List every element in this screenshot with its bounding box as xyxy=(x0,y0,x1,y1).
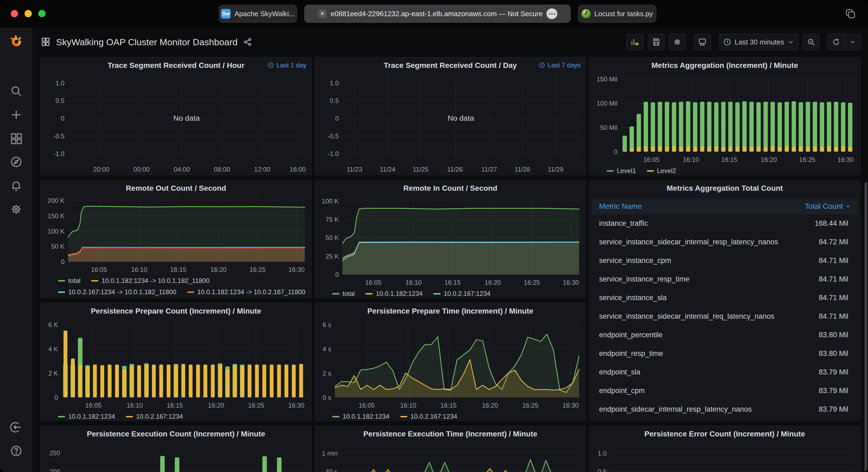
legend-item[interactable]: 10.0.2.167:1234 xyxy=(400,412,458,421)
create-plus-icon[interactable] xyxy=(9,108,23,122)
svg-text:12:00: 12:00 xyxy=(254,166,270,173)
zoom-out-button[interactable] xyxy=(803,34,819,50)
window-controls xyxy=(11,10,45,17)
svg-text:00:00: 00:00 xyxy=(133,166,150,173)
table-row: endpoint_resp_time83.80 Mil xyxy=(589,344,860,363)
page-scrollbar[interactable] xyxy=(865,182,867,472)
svg-text:11/24: 11/24 xyxy=(379,166,395,173)
panel-remote-out-count: Remote Out Count / Second 16:0516:1016:1… xyxy=(40,180,312,298)
legend-item[interactable]: Level1 xyxy=(607,166,636,175)
svg-text:16:05: 16:05 xyxy=(85,402,101,409)
panel-title[interactable]: Remote In Count / Second xyxy=(315,180,586,195)
legend-item[interactable]: 10.0.1.182:1234 xyxy=(366,289,423,298)
table-row: instance_traffic168.44 Mil xyxy=(589,214,860,233)
chart-canvas: 16:0516:1016:1516:2016:2516:3002 K4 K6 K xyxy=(42,318,310,410)
panel-title[interactable]: Persistence Prepare Time (Increment) / M… xyxy=(315,303,586,318)
dashboard-settings-button[interactable] xyxy=(669,34,686,50)
panel-time-link[interactable]: Last 1 day xyxy=(268,61,306,69)
metric-name-cell: endpoint_sla xyxy=(599,368,819,376)
refresh-interval-dropdown[interactable] xyxy=(844,34,861,50)
legend-item[interactable]: 10.0.1.182:1234 -> 10.0.1.182_11800 xyxy=(91,276,210,285)
legend-series-color xyxy=(332,293,339,295)
chart-legend: 10.0.1.182:123410.0.2.167:1234 xyxy=(41,410,311,421)
save-dashboard-button[interactable] xyxy=(648,34,664,50)
chart-canvas: 1.00.5 xyxy=(591,441,859,472)
fullscreen-window-button[interactable] xyxy=(38,10,45,17)
svg-text:16:25: 16:25 xyxy=(524,279,540,286)
legend-item[interactable]: 10.0.1.182:1234 xyxy=(58,412,115,421)
dashboards-icon[interactable] xyxy=(9,132,23,145)
table-row: endpoint_percentile83.80 Mil xyxy=(589,326,860,344)
grafana-logo[interactable] xyxy=(9,35,23,49)
svg-text:-0.5: -0.5 xyxy=(53,133,64,140)
metric-name-cell: service_instance_sidecar_internal_resp_l… xyxy=(599,238,819,246)
alerting-bell-icon[interactable] xyxy=(9,179,23,193)
legend-item[interactable]: Level2 xyxy=(647,166,676,175)
total-count-cell: 84.71 Mil xyxy=(819,275,848,283)
tab-apache-skywalking[interactable]: Sw Apache SkyWalki... xyxy=(218,5,297,23)
column-header-metric-name[interactable]: Metric Name xyxy=(599,202,805,211)
add-panel-button[interactable] xyxy=(626,34,644,50)
cycle-view-mode-button[interactable] xyxy=(694,34,711,50)
close-window-button[interactable] xyxy=(11,10,18,17)
svg-text:16:30: 16:30 xyxy=(562,402,579,409)
panel-title[interactable]: Remote Out Count / Second xyxy=(41,180,311,195)
legend-item[interactable]: 10.0.2.167:1234 -> 10.0.1.182_11800 xyxy=(58,288,177,297)
table-row: service_instance_resp_time84.71 Mil xyxy=(589,270,860,289)
legend-item[interactable]: total xyxy=(332,289,355,298)
svg-text:16:25: 16:25 xyxy=(799,156,815,163)
panel-title[interactable]: Persistence Execution Time (Increment) /… xyxy=(315,426,586,441)
share-icon[interactable] xyxy=(243,37,252,46)
search-icon[interactable] xyxy=(9,84,23,98)
tab-url-label: e0881eed4-22961232.ap-east-1.elb.amazona… xyxy=(331,10,543,18)
svg-text:16:10: 16:10 xyxy=(131,266,147,273)
page-title[interactable]: SkyWalking OAP Cluster Monitor Dashboard xyxy=(56,37,238,47)
svg-text:0.5: 0.5 xyxy=(330,97,339,104)
tab-overview-icon[interactable] xyxy=(844,7,857,21)
time-range-picker[interactable]: Last 30 minutes xyxy=(719,34,798,50)
svg-text:16:30: 16:30 xyxy=(288,266,305,273)
chart-canvas: 1 min40 s xyxy=(317,441,584,472)
total-count-cell: 84.71 Mil xyxy=(819,294,848,302)
legend-series-label: 10.0.1.182:1234 -> 10.0.1.182_11800 xyxy=(101,276,210,285)
minimize-window-button[interactable] xyxy=(25,10,32,17)
table-body: instance_traffic168.44 Milservice_instan… xyxy=(589,214,860,419)
column-header-total-count[interactable]: Total Count xyxy=(805,202,851,211)
legend-series-label: 10.0.1.182:1234 xyxy=(376,289,423,298)
help-icon[interactable] xyxy=(9,444,23,458)
svg-text:16:05: 16:05 xyxy=(643,156,659,163)
panel-title[interactable]: Metrics Aggregation (Increment) / Minute xyxy=(589,57,860,72)
svg-text:11/23: 11/23 xyxy=(347,166,362,173)
tab-label: Apache SkyWalki... xyxy=(235,10,294,18)
svg-text:16:10: 16:10 xyxy=(405,279,422,286)
panel-time-link[interactable]: Last 7 days xyxy=(539,61,581,69)
panel-title[interactable]: Persistence Execution Count (Increment) … xyxy=(41,426,311,441)
explore-compass-icon[interactable] xyxy=(9,155,23,169)
svg-text:150 Mil: 150 Mil xyxy=(597,75,617,83)
panel-title[interactable]: Metrics Aggregation Total Count xyxy=(589,180,860,195)
legend-item[interactable]: 10.0.1.182:1234 xyxy=(332,412,390,421)
panel-title[interactable]: Persistence Prepare Count (Increment) / … xyxy=(41,303,311,318)
svg-text:16:25: 16:25 xyxy=(522,402,538,409)
total-count-cell: 84.72 Mil xyxy=(819,238,848,246)
legend-item[interactable]: total xyxy=(58,276,81,285)
panel-title[interactable]: Persistence Error Count (Increment) / Mi… xyxy=(589,426,860,441)
locust-favicon xyxy=(582,9,591,18)
legend-item[interactable]: 10.0.2.167:1234 xyxy=(433,289,491,298)
legend-item[interactable]: 10.0.2.167:1234 xyxy=(126,412,183,421)
svg-text:16:10: 16:10 xyxy=(126,402,143,409)
tab-locust[interactable]: Locust for tasks.py xyxy=(578,5,656,23)
svg-text:16:15: 16:15 xyxy=(167,402,183,409)
svg-text:50 K: 50 K xyxy=(326,234,339,241)
svg-text:16:15: 16:15 xyxy=(170,266,186,273)
tab-more-icon[interactable] xyxy=(547,8,557,19)
legend-item[interactable]: 10.0.1.182:1234 -> 10.0.2.167_11800 xyxy=(187,288,306,297)
configuration-gear-icon[interactable] xyxy=(9,202,23,216)
close-tab-icon[interactable]: ✕ xyxy=(318,9,327,18)
panel-metrics-aggregation-total-count: Metrics Aggregation Total Count Metric N… xyxy=(589,180,861,421)
refresh-button[interactable] xyxy=(828,34,844,50)
tab-active-dashboard[interactable]: ✕ e0881eed4-22961232.ap-east-1.elb.amazo… xyxy=(304,5,571,23)
sign-out-icon[interactable] xyxy=(9,420,23,434)
apps-grid-icon[interactable] xyxy=(40,37,51,47)
chart-canvas: 16:0516:1016:1516:2016:2516:30025 K50 K7… xyxy=(317,195,584,287)
